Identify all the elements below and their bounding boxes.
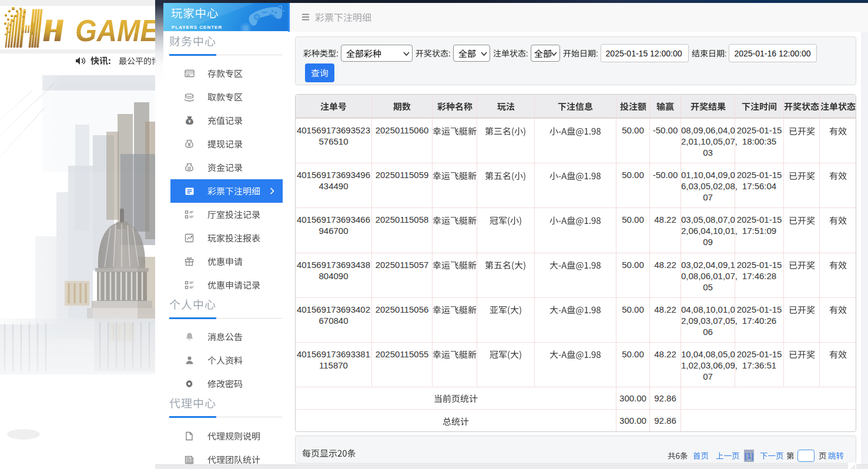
svg-text:¥: ¥ xyxy=(188,119,191,124)
svg-text:GAME: GAME xyxy=(75,14,155,48)
